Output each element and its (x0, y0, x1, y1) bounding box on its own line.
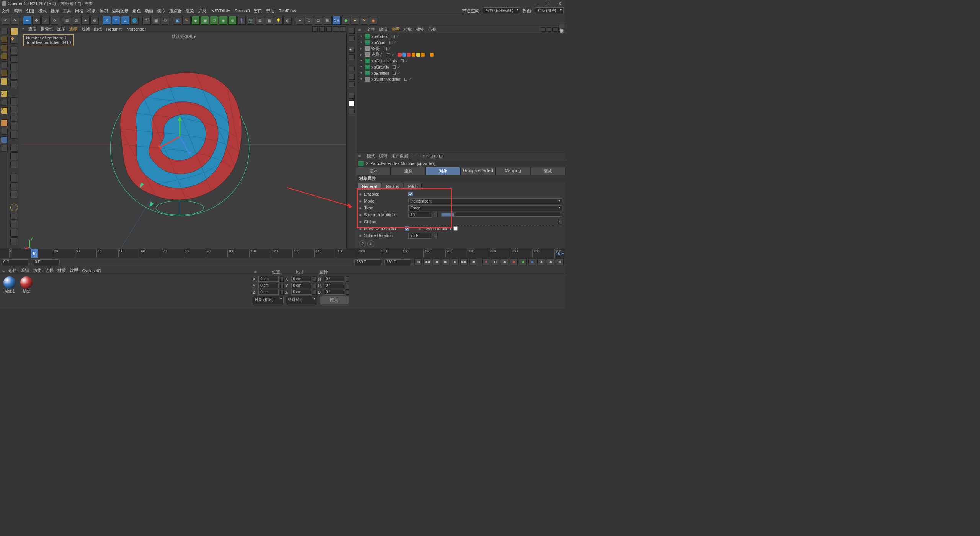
menu-item[interactable]: 样条 (87, 8, 96, 14)
max-button[interactable]: ☐ (544, 1, 551, 6)
generator-button[interactable]: ◆ (191, 16, 200, 25)
palette-button[interactable] (10, 131, 18, 139)
palette-button[interactable] (1, 44, 8, 51)
palette-button[interactable] (1, 78, 8, 85)
rotate-tool[interactable]: ⟳ (51, 16, 59, 25)
camera-button[interactable]: 📷 (247, 16, 255, 25)
nav-fwd[interactable]: → (417, 154, 421, 158)
attr-subtab[interactable]: Radius (382, 183, 403, 190)
menu-item[interactable]: 文件 (2, 8, 10, 14)
palette-button[interactable] (10, 64, 18, 71)
tool-button[interactable]: ◐ (283, 16, 292, 25)
menu-item[interactable]: 创建 (26, 8, 34, 14)
autokey-button[interactable]: ◐ (492, 258, 499, 265)
render-region-button[interactable]: ▦ (152, 16, 160, 25)
mat-menu[interactable]: 材质 (57, 268, 66, 273)
menu-item[interactable]: 帮助 (266, 8, 274, 14)
menu-item[interactable]: 工具 (63, 8, 71, 14)
mat-menu[interactable]: 纹理 (70, 268, 78, 273)
menu-item[interactable]: 动画 (145, 8, 153, 14)
goto-start-button[interactable]: ⏮ (414, 258, 422, 265)
layout-dropdown[interactable]: 启动 (用户) (535, 7, 564, 14)
menu-item[interactable]: 窗口 (254, 8, 262, 14)
palette-button[interactable]: S (1, 90, 8, 97)
min-button[interactable]: ― (531, 1, 539, 6)
obj-menu[interactable]: 标签 (416, 26, 424, 32)
palette-button[interactable] (10, 114, 18, 122)
mat-menu[interactable]: 编辑 (21, 268, 29, 273)
tool-button[interactable]: ⊕ (90, 16, 99, 25)
palette-button[interactable] (10, 182, 18, 190)
prev-frame-button[interactable]: ◀ (433, 258, 440, 265)
xp-button[interactable]: ⊞ (323, 16, 332, 25)
range-start-field[interactable]: 0 F (2, 259, 28, 265)
range-end-field[interactable]: 250 F (354, 259, 381, 265)
xp-button[interactable]: ✦ (351, 16, 359, 25)
mid-button[interactable] (349, 81, 355, 87)
palette-button[interactable] (10, 237, 18, 245)
menu-item[interactable]: RealFlow (278, 8, 296, 13)
scale-tool[interactable]: ⤢ (41, 16, 50, 25)
mograph-button[interactable]: ⊛ (228, 16, 237, 25)
render-settings-button[interactable]: ⚙ (161, 16, 169, 25)
apply-button[interactable]: 应用 (320, 296, 349, 304)
viewport[interactable]: Number of emitters: 1 Total live particl… (21, 33, 347, 256)
palette-button[interactable] (10, 80, 18, 88)
object-row[interactable]: ▾xpVortex✓ (356, 33, 565, 39)
strength-slider[interactable] (441, 213, 562, 217)
goto-end-button[interactable]: ⏭ (469, 258, 477, 265)
mid-button[interactable]: + (349, 47, 355, 53)
world-button[interactable]: 🌐 (130, 16, 139, 25)
palette-button[interactable] (10, 229, 18, 237)
palette-button[interactable] (10, 106, 18, 113)
close-button[interactable]: ✕ (556, 1, 564, 6)
object-linkbox[interactable] (408, 219, 556, 224)
axis-x-button[interactable]: X (103, 16, 111, 25)
panel-button[interactable] (541, 27, 546, 32)
mode-dropdown[interactable]: Independent (408, 198, 562, 204)
nav-button[interactable]: ⌂ (426, 154, 429, 158)
obj-menu[interactable]: 对象 (403, 26, 412, 32)
obj-menu[interactable]: 编辑 (379, 26, 387, 32)
mat-menu[interactable]: 选择 (45, 268, 54, 273)
key-button[interactable]: ◆ (501, 258, 508, 265)
attr-menu[interactable]: 模式 (367, 153, 375, 159)
mid-button[interactable] (349, 100, 355, 106)
palette-button[interactable] (10, 161, 18, 168)
view-menu-item[interactable]: ProRender (126, 27, 146, 31)
palette-button[interactable] (10, 152, 18, 160)
material-item[interactable]: Mat (19, 276, 34, 307)
palette-button[interactable] (10, 47, 18, 54)
xp-button[interactable]: OR (332, 16, 341, 25)
redo-button[interactable]: ↷ (11, 16, 19, 25)
menu-item[interactable]: 编辑 (14, 8, 22, 14)
nav-back[interactable]: ← (412, 154, 416, 158)
range-end2-field[interactable]: 250 F (384, 259, 411, 265)
palette-button[interactable]: ✥ (10, 36, 18, 44)
menu-item[interactable]: INSYDIUM (210, 8, 231, 13)
tool-button[interactable]: ⊞ (63, 16, 71, 25)
timeline-cursor[interactable]: 10 (31, 249, 38, 258)
light-button[interactable]: 💡 (274, 16, 283, 25)
mat-menu[interactable]: Cycles 4D (82, 268, 101, 273)
axis-z-button[interactable]: Z (121, 16, 129, 25)
mid-button[interactable] (349, 93, 355, 99)
mid-button[interactable] (349, 74, 355, 80)
mid-button[interactable] (349, 35, 355, 41)
menu-item[interactable]: 选择 (51, 8, 59, 14)
spline-spinner[interactable] (434, 233, 438, 238)
palette-button[interactable] (1, 61, 8, 68)
type-dropdown[interactable]: Force (408, 205, 562, 211)
deformer-button[interactable]: ◉ (219, 16, 227, 25)
palette-button[interactable] (10, 174, 18, 181)
field-button[interactable]: ‖ (237, 16, 246, 25)
move-tool[interactable]: ✥ (32, 16, 41, 25)
attr-tab[interactable]: 对象 (426, 167, 461, 175)
reset-button[interactable]: ↻ (368, 240, 374, 247)
next-key-button[interactable]: ▶▶ (460, 258, 468, 265)
view-menu-item[interactable]: 显示 (57, 26, 65, 32)
menu-item[interactable]: 网格 (75, 8, 83, 14)
mid-button[interactable] (349, 66, 355, 72)
mid-button[interactable] (349, 108, 355, 114)
view-menu-item[interactable]: 查看 (28, 26, 37, 32)
